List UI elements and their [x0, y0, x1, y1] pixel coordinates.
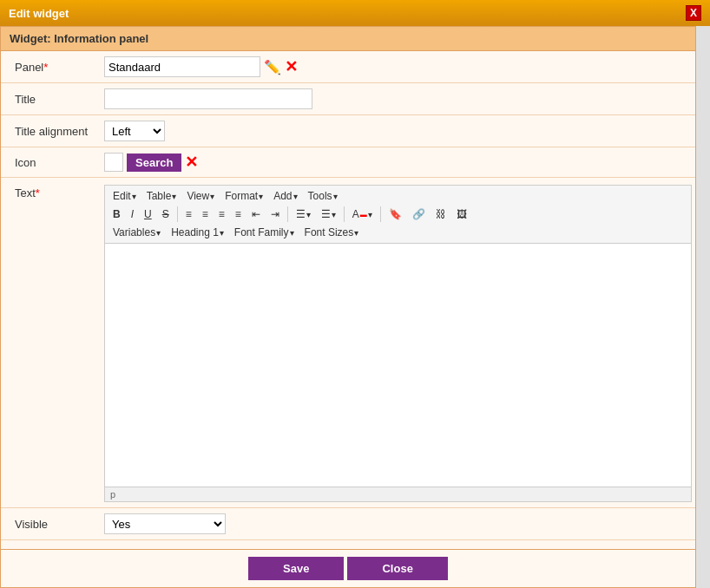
title-alignment-row: Title alignment Left Center Right: [1, 115, 695, 147]
menu-view-button[interactable]: View ▾: [182, 188, 219, 204]
title-control-area: [101, 87, 695, 111]
toolbar-dropdowns-row: Variables ▾ Heading 1 ▾ Font Family: [108, 224, 687, 241]
dialog-title: Widget: Information panel: [10, 32, 148, 45]
font-color-button[interactable]: A▬▾: [348, 206, 377, 222]
menu-edit-button[interactable]: Edit ▾: [108, 188, 141, 204]
sep1: [177, 206, 178, 222]
editor-statusbar: p: [105, 487, 691, 501]
font-sizes-chevron-icon: ▾: [354, 228, 358, 238]
panel-input[interactable]: [104, 56, 260, 77]
save-button[interactable]: Save: [248, 557, 344, 580]
indent-left-button[interactable]: ⇤: [247, 206, 265, 222]
table-dropdown-icon: ▾: [172, 192, 176, 201]
menu-add-button[interactable]: Add ▾: [269, 188, 301, 204]
dialog: Widget: Information panel Panel ✏️ ✕ Tit…: [0, 26, 696, 588]
ordered-list-button[interactable]: ☰▾: [317, 206, 340, 222]
title-alignment-label: Title alignment: [1, 125, 101, 138]
visible-label: Visible: [1, 518, 101, 531]
align-left-button[interactable]: ≡: [181, 206, 196, 222]
editor-container: Edit ▾ Table ▾ View ▾: [104, 185, 692, 502]
bold-button[interactable]: B: [108, 206, 125, 222]
heading-dropdown-button[interactable]: Heading 1 ▾: [167, 225, 228, 240]
panel-edit-icon[interactable]: ✏️: [264, 59, 281, 75]
icon-preview: [104, 153, 123, 172]
panel-delete-icon[interactable]: ✕: [285, 57, 298, 76]
text-control-area: Edit ▾ Table ▾ View ▾: [101, 181, 695, 504]
menu-format-button[interactable]: Format ▾: [220, 188, 267, 204]
editor-toolbar: Edit ▾ Table ▾ View ▾: [105, 186, 691, 244]
close-button[interactable]: Close: [347, 557, 447, 580]
font-family-chevron-icon: ▾: [290, 228, 294, 238]
panel-control-area: ✏️ ✕: [101, 55, 695, 79]
font-sizes-dropdown-button[interactable]: Font Sizes ▾: [300, 225, 364, 240]
sep3: [344, 206, 345, 222]
bookmark-button[interactable]: 🔖: [385, 206, 406, 222]
align-right-button[interactable]: ≡: [214, 206, 229, 222]
edit-widget-window: Edit widget X Widget: Information panel …: [0, 0, 710, 588]
panel-row: Panel ✏️ ✕: [1, 51, 695, 83]
menu-table-button[interactable]: Table ▾: [142, 188, 181, 204]
visible-row: Visible Yes No: [1, 508, 695, 540]
view-dropdown-icon: ▾: [210, 192, 214, 201]
toolbar-menu-row: Edit ▾ Table ▾ View ▾: [108, 187, 687, 205]
unordered-list-button[interactable]: ☰▾: [292, 206, 315, 222]
edit-dropdown-icon: ▾: [132, 192, 136, 201]
editor-body[interactable]: [105, 244, 691, 487]
title-alignment-select[interactable]: Left Center Right: [104, 121, 165, 141]
window-title: Edit widget: [9, 7, 69, 20]
bottom-bar: Save Close: [1, 549, 695, 587]
align-center-button[interactable]: ≡: [198, 206, 213, 222]
title-row: Title: [1, 83, 695, 115]
window-close-button[interactable]: X: [686, 5, 701, 21]
font-family-dropdown-button[interactable]: Font Family ▾: [230, 225, 299, 240]
variables-dropdown-button[interactable]: Variables ▾: [108, 225, 165, 240]
link-button[interactable]: 🔗: [408, 206, 430, 222]
title-label: Title: [1, 93, 101, 106]
icon-control-area: Search ✕: [101, 151, 695, 173]
text-label: Text: [1, 181, 101, 199]
title-bar: Edit widget X: [0, 0, 710, 26]
unlink-button[interactable]: ⛓: [431, 206, 450, 222]
visible-control-area: Yes No: [101, 512, 695, 536]
text-row: Text Edit ▾: [1, 178, 695, 508]
icon-row: Icon Search ✕: [1, 147, 695, 178]
dialog-header: Widget: Information panel: [1, 27, 695, 51]
sep4: [380, 206, 381, 222]
title-input[interactable]: [104, 88, 312, 109]
heading-chevron-icon: ▾: [220, 228, 224, 238]
form-area: Panel ✏️ ✕ Title Title alignme: [1, 51, 695, 549]
menu-tools-button[interactable]: Tools ▾: [304, 188, 342, 204]
add-dropdown-icon: ▾: [293, 192, 298, 201]
editor-status-text: p: [110, 489, 115, 500]
italic-button[interactable]: I: [127, 206, 138, 222]
main-content: Widget: Information panel Panel ✏️ ✕ Tit…: [0, 26, 710, 588]
sep2: [287, 206, 288, 222]
variables-chevron-icon: ▾: [156, 228, 161, 238]
icon-search-button[interactable]: Search: [127, 154, 181, 172]
strikethrough-button[interactable]: S: [158, 206, 174, 222]
indent-right-button[interactable]: ⇥: [266, 206, 284, 222]
icon-delete-icon[interactable]: ✕: [185, 153, 198, 172]
visible-select[interactable]: Yes No: [104, 513, 226, 534]
format-dropdown-icon: ▾: [259, 192, 263, 201]
scrollbar[interactable]: [696, 26, 710, 588]
icon-label: Icon: [1, 156, 101, 169]
toolbar-format-row: B I U S ≡ ≡ ≡ ≡ ⇤ ⇥: [108, 206, 687, 223]
title-alignment-control-area: Left Center Right: [101, 119, 695, 143]
tools-dropdown-icon: ▾: [333, 192, 338, 201]
align-justify-button[interactable]: ≡: [231, 206, 246, 222]
image-button[interactable]: 🖼: [452, 206, 471, 222]
underline-button[interactable]: U: [140, 206, 156, 222]
panel-label: Panel: [1, 61, 101, 74]
